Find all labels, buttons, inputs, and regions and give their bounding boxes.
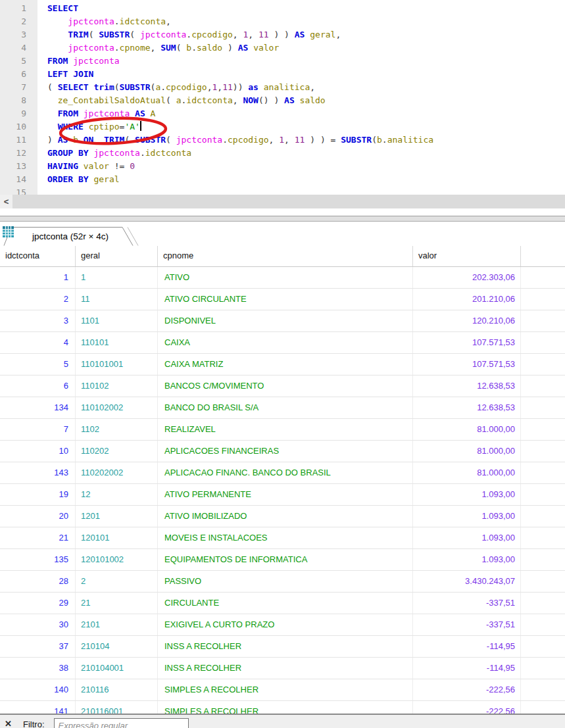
cell-filler [521, 484, 565, 505]
cell-idctconta: 6 [0, 376, 76, 397]
code-line: FROM jpctconta AS A [47, 107, 565, 120]
table-row[interactable]: 11ATIVO202.303,06 [0, 267, 565, 289]
cell-geral: 120101 [76, 527, 158, 548]
cell-idctconta: 20 [0, 506, 76, 527]
cell-idctconta: 135 [0, 549, 76, 570]
editor-results-gap [0, 208, 565, 216]
table-row[interactable]: 201201ATIVO IMOBILIZADO1.093,00 [0, 506, 565, 527]
cell-idctconta: 28 [0, 571, 76, 592]
cell-idctconta: 7 [0, 419, 76, 440]
cell-geral: 1201 [76, 506, 158, 527]
cell-valor: 3.430.243,07 [413, 571, 521, 592]
table-row[interactable]: 143110202002APLICACAO FINANC. BANCO DO B… [0, 462, 565, 484]
table-row[interactable]: 5110101001CAIXA MATRIZ107.571,53 [0, 354, 565, 376]
cell-geral: 2101 [76, 614, 158, 635]
scrollbar-thumb[interactable] [12, 195, 565, 208]
line-number: 15 [0, 186, 26, 195]
cell-valor: -222,56 [413, 679, 521, 700]
text-caret [140, 121, 141, 131]
cell-idctconta: 3 [0, 310, 76, 331]
code-line: ze_ContabilSaldoAtual( a.idctconta, NOW(… [47, 94, 565, 107]
cell-cpnome: APLICACOES FINANCEIRAS [158, 441, 413, 462]
cell-cpnome: SIMPLES A RECOLHER [158, 679, 413, 700]
code-line: ) AS b ON TRIM( SUBSTR( jpctconta.cpcodi… [47, 133, 565, 147]
table-row[interactable]: 140210116SIMPLES A RECOLHER-222,56 [0, 679, 565, 701]
cell-filler [521, 376, 565, 397]
sql-code[interactable]: SELECT jpctconta.idctconta, TRIM( SUBSTR… [47, 0, 565, 195]
column-header-geral[interactable]: geral [76, 246, 158, 266]
table-row[interactable]: 135120101002EQUIPAMENTOS DE INFORMATICA1… [0, 549, 565, 571]
cell-idctconta: 141 [0, 701, 76, 714]
table-row[interactable]: 2921CIRCULANTE-337,51 [0, 593, 565, 614]
cell-geral: 210104 [76, 636, 158, 657]
code-line: SELECT [47, 2, 565, 15]
splitter-divider[interactable] [0, 216, 565, 222]
filter-input[interactable] [54, 718, 189, 728]
cell-filler [521, 397, 565, 418]
cell-geral: 210116 [76, 679, 158, 700]
editor-horizontal-scrollbar[interactable]: < [0, 195, 565, 208]
code-line: FROM jpctconta [47, 55, 565, 68]
table-row[interactable]: 6110102BANCOS C/MOVIMENTO12.638,53 [0, 376, 565, 397]
scroll-left-button[interactable]: < [0, 195, 12, 208]
cell-filler [521, 419, 565, 440]
cell-geral: 110102 [76, 376, 158, 397]
cell-valor: -222,56 [413, 701, 521, 714]
column-header-valor[interactable]: valor [413, 246, 521, 266]
column-header-cpnome[interactable]: cpnome [158, 246, 413, 266]
cell-idctconta: 4 [0, 332, 76, 353]
table-row[interactable]: 282PASSIVO3.430.243,07 [0, 571, 565, 593]
cell-cpnome: CAIXA MATRIZ [158, 354, 413, 375]
editor-gutter: 123456789101112131415 [0, 0, 37, 195]
cell-idctconta: 21 [0, 527, 76, 548]
sql-editor[interactable]: 123456789101112131415 SELECT jpctconta.i… [0, 0, 565, 195]
cell-cpnome: ATIVO PERMANENTE [158, 484, 413, 505]
table-row[interactable]: 141210116001SIMPLES A RECOLHER-222,56 [0, 701, 565, 714]
table-row[interactable]: 302101EXIGIVEL A CURTO PRAZO-337,51 [0, 614, 565, 636]
line-number: 5 [0, 55, 26, 68]
column-header-idctconta[interactable]: idctconta [0, 246, 76, 266]
table-row[interactable]: 1912ATIVO PERMANENTE1.093,00 [0, 484, 565, 506]
table-row[interactable]: 211ATIVO CIRCULANTE201.210,06 [0, 289, 565, 310]
cell-cpnome: CIRCULANTE [158, 593, 413, 614]
cell-valor: 201.210,06 [413, 289, 521, 310]
line-number: 11 [0, 133, 26, 147]
result-tab[interactable]: jpctconta (52r × 4c) [3, 226, 145, 246]
cell-valor: 107.571,53 [413, 332, 521, 353]
cell-idctconta: 134 [0, 397, 76, 418]
table-row[interactable]: 31101DISPONIVEL120.210,06 [0, 310, 565, 332]
cell-filler [521, 506, 565, 527]
cell-valor: 1.093,00 [413, 549, 521, 570]
filter-close-button[interactable]: ✕ [5, 719, 16, 728]
cell-geral: 110202 [76, 441, 158, 462]
cell-cpnome: INSS A RECOLHER [158, 658, 413, 679]
cell-valor: 1.093,00 [413, 484, 521, 505]
table-row[interactable]: 4110101CAIXA107.571,53 [0, 332, 565, 354]
cell-geral: 1101 [76, 310, 158, 331]
cell-idctconta: 10 [0, 441, 76, 462]
filter-bar: ✕ Filtro: [0, 714, 565, 728]
cell-cpnome: APLICACAO FINANC. BANCO DO BRASIL [158, 462, 413, 483]
cell-idctconta: 29 [0, 593, 76, 614]
cell-valor: -114,95 [413, 636, 521, 657]
table-row[interactable]: 38210104001INSS A RECOLHER-114,95 [0, 658, 565, 679]
table-row[interactable]: 134110102002BANCO DO BRASIL S/A12.638,53 [0, 397, 565, 419]
line-number: 12 [0, 147, 26, 160]
result-grid[interactable]: 11ATIVO202.303,06211ATIVO CIRCULANTE201.… [0, 267, 565, 714]
cell-idctconta: 19 [0, 484, 76, 505]
cell-valor: 202.303,06 [413, 267, 521, 288]
cell-valor: 81.000,00 [413, 462, 521, 483]
cell-cpnome: MOVEIS E INSTALACOES [158, 527, 413, 548]
cell-geral: 12 [76, 484, 158, 505]
table-row[interactable]: 10110202APLICACOES FINANCEIRAS81.000,00 [0, 441, 565, 462]
table-row[interactable]: 21120101MOVEIS E INSTALACOES1.093,00 [0, 527, 565, 549]
cell-idctconta: 1 [0, 267, 76, 288]
cell-idctconta: 140 [0, 679, 76, 700]
table-row[interactable]: 37210104INSS A RECOLHER-114,95 [0, 636, 565, 658]
cell-geral: 210116001 [76, 701, 158, 714]
cell-geral: 1 [76, 267, 158, 288]
code-line: WHERE cptipo='A' [47, 120, 565, 133]
cell-filler [521, 593, 565, 614]
table-row[interactable]: 71102REALIZAVEL81.000,00 [0, 419, 565, 441]
cell-geral: 2 [76, 571, 158, 592]
